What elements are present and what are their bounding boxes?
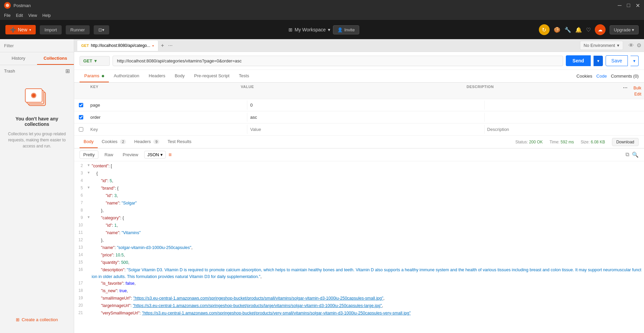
param-desc-page[interactable] bbox=[484, 101, 644, 110]
save-button[interactable]: Save bbox=[606, 55, 628, 66]
workspace-button[interactable]: ⊞ My Workspace ▾ bbox=[288, 27, 330, 32]
sync-button[interactable]: ↻ bbox=[539, 24, 550, 35]
url-bar: GET ▾ Send ▾ Save ▾ bbox=[74, 52, 644, 70]
create-collection-button[interactable]: ⊞ Create a collection bbox=[16, 313, 58, 326]
add-tab-button[interactable]: + bbox=[160, 41, 165, 50]
tab-tests[interactable]: Tests bbox=[234, 70, 254, 82]
app-logo bbox=[4, 2, 11, 9]
save-dropdown-button[interactable]: ▾ bbox=[631, 56, 639, 66]
format-raw-button[interactable]: Raw bbox=[101, 151, 117, 159]
format-type-select[interactable]: JSON ▾ bbox=[144, 151, 166, 159]
param-desc-order[interactable] bbox=[484, 113, 644, 122]
sidebar-tab-collections[interactable]: Collections bbox=[37, 52, 74, 65]
toolbar: ➕ New ▾ Import Runner ⊡▾ ⊞ My Workspace … bbox=[0, 20, 644, 39]
menu-help[interactable]: Help bbox=[42, 13, 51, 18]
code-line-14: 14 "price": 10.5, bbox=[74, 252, 644, 259]
cookie-icon[interactable]: 🍪 bbox=[554, 27, 560, 33]
code-link[interactable]: Code bbox=[596, 74, 607, 79]
param-value-empty[interactable] bbox=[247, 125, 484, 134]
menu-edit[interactable]: Edit bbox=[16, 13, 23, 18]
response-tab-body[interactable]: Body bbox=[80, 136, 98, 148]
env-icons: 👁 ⚙ bbox=[628, 42, 641, 49]
eye-icon[interactable]: 👁 bbox=[628, 43, 634, 49]
param-check-order[interactable] bbox=[74, 115, 88, 119]
response-tab-test-results[interactable]: Test Results bbox=[163, 136, 195, 148]
tab-body[interactable]: Body bbox=[170, 70, 189, 82]
active-request-tab[interactable]: GET http://localhost:8080/api/catego... … bbox=[77, 40, 158, 51]
code-line-8: 8 }, bbox=[74, 207, 644, 215]
send-button[interactable]: Send bbox=[566, 55, 591, 66]
cloud-button[interactable]: ☁ bbox=[595, 24, 606, 35]
new-button[interactable]: ➕ New ▾ bbox=[5, 25, 36, 34]
environment-selector[interactable]: No Environment ▾ bbox=[580, 41, 623, 50]
param-key-empty[interactable] bbox=[88, 125, 247, 134]
wrench-icon[interactable]: 🔧 bbox=[564, 27, 571, 33]
runner-button[interactable]: Runner bbox=[66, 25, 90, 34]
param-check-empty[interactable] bbox=[74, 127, 88, 132]
sidebar-tab-history[interactable]: History bbox=[0, 52, 37, 65]
more-options-icon[interactable]: ··· bbox=[623, 85, 627, 90]
request-tabs: Params Authorization Headers Body Pre-re… bbox=[74, 70, 644, 83]
time-label: Time: 592 ms bbox=[550, 140, 574, 144]
add-collection-icon[interactable]: ⊞ bbox=[65, 68, 70, 74]
svg-point-5 bbox=[32, 94, 35, 97]
url-input[interactable] bbox=[113, 56, 563, 66]
param-value-page[interactable] bbox=[247, 101, 484, 110]
filter-input[interactable] bbox=[4, 43, 70, 48]
method-caret-icon: ▾ bbox=[94, 58, 97, 63]
cookies-link[interactable]: Cookies bbox=[577, 74, 592, 79]
search-icon[interactable]: 🔍 bbox=[632, 151, 639, 158]
settings-icon[interactable]: ⚙ bbox=[637, 42, 641, 49]
tab-params[interactable]: Params bbox=[80, 70, 109, 82]
comments-link[interactable]: Comments (0) bbox=[611, 74, 639, 79]
method-select[interactable]: GET ▾ bbox=[80, 56, 110, 66]
minimize-button[interactable]: ─ bbox=[618, 2, 621, 8]
format-preview-button[interactable]: Preview bbox=[119, 151, 142, 159]
close-button[interactable]: ✕ bbox=[636, 2, 640, 9]
capture-button[interactable]: ⊡▾ bbox=[94, 25, 109, 34]
download-button[interactable]: Download bbox=[612, 138, 639, 146]
new-caret-icon: ▾ bbox=[29, 28, 31, 32]
import-button[interactable]: Import bbox=[40, 25, 62, 34]
param-checkbox-page[interactable] bbox=[79, 103, 83, 107]
sidebar: History Collections Trash ⊞ You don't ha… bbox=[0, 39, 74, 333]
response-tab-cookies[interactable]: Cookies 2 bbox=[98, 136, 130, 148]
maximize-button[interactable]: □ bbox=[627, 2, 630, 8]
header-actions-col: ··· Bulk Edit bbox=[617, 85, 644, 97]
menu-view[interactable]: View bbox=[28, 13, 37, 18]
response-tabs-bar: Body Cookies 2 Headers 9 Test Results St… bbox=[74, 136, 644, 148]
upgrade-button[interactable]: Upgrade ▾ bbox=[610, 25, 639, 34]
param-key-page[interactable] bbox=[88, 101, 247, 110]
heart-icon[interactable]: ♡ bbox=[586, 27, 591, 33]
header-check-col bbox=[74, 85, 88, 97]
code-line-6: 6 "id": 3, bbox=[74, 192, 644, 200]
person-plus-icon: 👤 bbox=[337, 27, 343, 32]
tab-pre-request[interactable]: Pre-request Script bbox=[189, 70, 234, 82]
params-table: KEY VALUE DESCRIPTION ··· Bulk Edit bbox=[74, 83, 644, 136]
response-tab-headers[interactable]: Headers 9 bbox=[130, 136, 163, 148]
menu-file[interactable]: File bbox=[4, 13, 10, 18]
invite-button[interactable]: 👤 Invite bbox=[333, 25, 359, 34]
wrap-icon[interactable]: ≡ bbox=[168, 152, 172, 158]
copy-icon[interactable]: ⧉ bbox=[625, 151, 629, 158]
code-line-19: 19 "smallImageUrl": "https://s3.eu-centr… bbox=[74, 295, 644, 302]
trash-button[interactable]: Trash bbox=[4, 68, 15, 74]
more-tabs-button[interactable]: ··· bbox=[167, 41, 174, 50]
bulk-edit-button[interactable]: Bulk Edit bbox=[634, 86, 641, 96]
code-line-4: 4 "id": 5, bbox=[74, 177, 644, 185]
param-check-page[interactable] bbox=[74, 103, 88, 107]
empty-collections-icon bbox=[24, 84, 51, 111]
bell-icon[interactable]: 🔔 bbox=[575, 27, 582, 33]
format-pretty-button[interactable]: Pretty bbox=[80, 150, 98, 159]
param-desc-empty[interactable] bbox=[484, 125, 644, 134]
param-key-order[interactable] bbox=[88, 113, 247, 122]
param-value-order[interactable] bbox=[247, 113, 484, 122]
format-right-icons: ⧉ 🔍 bbox=[625, 151, 639, 158]
param-checkbox-empty[interactable] bbox=[79, 127, 83, 132]
send-dropdown-button[interactable]: ▾ bbox=[593, 56, 603, 66]
param-row-page bbox=[74, 99, 644, 111]
tab-headers[interactable]: Headers bbox=[144, 70, 170, 82]
param-checkbox-order[interactable] bbox=[79, 115, 83, 119]
header-value-col: VALUE bbox=[241, 85, 467, 97]
tab-authorization[interactable]: Authorization bbox=[109, 70, 144, 82]
